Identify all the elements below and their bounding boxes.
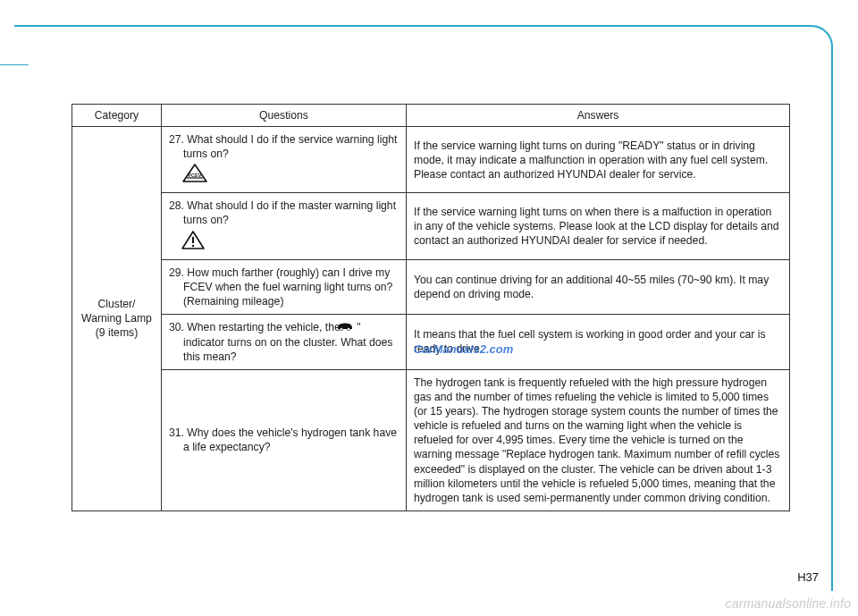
question-29-text: 29. How much farther (roughly) can I dri… [169, 266, 399, 308]
header-category: Category [72, 105, 162, 127]
question-28-text: 28. What should I do if the master warni… [169, 198, 399, 227]
question-31-text: 31. Why does the vehicle's hydrogen tank… [169, 426, 399, 454]
answer-28: If the service warning light turns on wh… [407, 193, 790, 259]
question-27: 27. What should I do if the service warn… [162, 127, 407, 193]
answer-29: You can continue driving for an addition… [407, 259, 790, 314]
question-29: 29. How much farther (roughly) can I dri… [162, 259, 407, 314]
header-questions: Questions [162, 105, 407, 127]
category-line2: Warning Lamp [81, 312, 152, 325]
svg-point-3 [192, 244, 194, 246]
left-tick [0, 64, 29, 65]
answer-31: The hydrogen tank is frequently refueled… [407, 369, 790, 511]
content-area: Category Questions Answers Cluster/ Warn… [72, 104, 790, 511]
page-number: H37 [797, 570, 819, 584]
category-line3: (9 items) [96, 326, 138, 339]
master-warning-icon [181, 231, 205, 250]
svg-text:FCEV: FCEV [189, 173, 202, 178]
footer-watermark: carmanualsonline.info [726, 596, 851, 611]
question-27-text: 27. What should I do if the service warn… [169, 132, 399, 161]
category-line1: Cluster/ [98, 298, 136, 310]
question-30-text: 30. When restarting the vehicle, the " "… [169, 320, 399, 364]
svg-point-5 [347, 327, 349, 330]
faq-table: Category Questions Answers Cluster/ Warn… [72, 104, 790, 511]
fcev-warning-icon: FCEV [181, 164, 208, 183]
question-30-pre: 30. When restarting the vehicle, the " [169, 321, 350, 333]
question-31: 31. Why does the vehicle's hydrogen tank… [162, 369, 407, 511]
answer-27: If the service warning light turns on du… [407, 127, 790, 193]
question-30: 30. When restarting the vehicle, the " "… [162, 314, 407, 369]
answer-30: It means that the fuel cell system is wo… [407, 314, 790, 369]
header-answers: Answers [407, 105, 790, 127]
question-28: 28. What should I do if the master warni… [162, 193, 407, 259]
svg-point-4 [340, 327, 342, 330]
category-cell: Cluster/ Warning Lamp (9 items) [72, 127, 162, 511]
